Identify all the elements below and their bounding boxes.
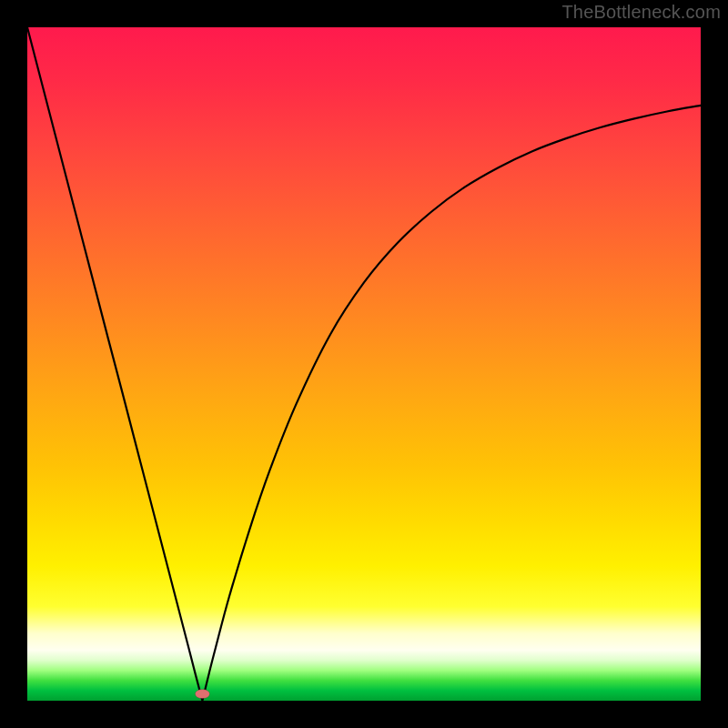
bottleneck-curve [27,27,701,701]
plot-area [27,27,701,701]
notch-marker [195,690,209,699]
curve-svg [27,27,701,701]
chart-frame: TheBottleneck.com [0,0,728,728]
attribution-text: TheBottleneck.com [561,2,721,23]
